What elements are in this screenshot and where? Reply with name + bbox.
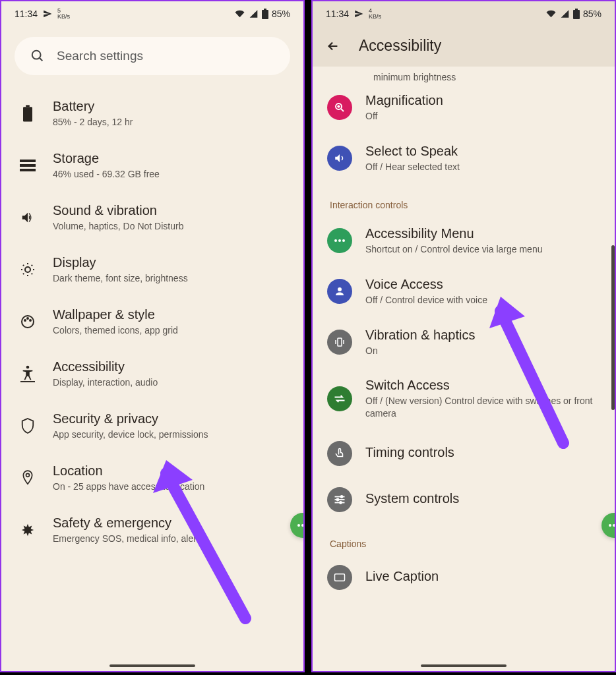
- svg-point-16: [26, 473, 30, 477]
- svg-rect-7: [20, 164, 36, 167]
- svg-point-17: [297, 524, 300, 527]
- svg-rect-4: [23, 107, 32, 121]
- access-item-switch-access[interactable]: Switch AccessOff / (New version) Control…: [313, 367, 615, 430]
- svg-rect-0: [262, 10, 268, 19]
- svg-point-2: [32, 51, 41, 59]
- access-item-live-caption[interactable]: Live Caption: [313, 554, 615, 601]
- svg-point-27: [338, 239, 341, 242]
- magnify-icon: [327, 95, 352, 120]
- back-icon[interactable]: [326, 39, 340, 53]
- svg-rect-30: [338, 338, 342, 346]
- search-placeholder: Search settings: [57, 49, 143, 63]
- network-speed: 5KB/s: [57, 8, 70, 20]
- svg-point-26: [334, 239, 337, 242]
- signal-icon: [249, 9, 259, 18]
- menu-dots-icon: [327, 228, 352, 253]
- vibration-icon: [327, 330, 352, 355]
- settings-item-wallpaper[interactable]: Wallpaper & styleColors, themed icons, a…: [4, 295, 301, 347]
- nav-handle[interactable]: [109, 664, 195, 667]
- access-item-magnification[interactable]: MagnificationOff: [313, 82, 615, 133]
- svg-point-40: [609, 524, 611, 527]
- svg-rect-20: [573, 10, 580, 19]
- switch-icon: [327, 386, 352, 411]
- battery-pct: 85%: [272, 9, 290, 19]
- svg-rect-6: [20, 160, 36, 162]
- tune-icon: [327, 487, 352, 512]
- access-item-vibration[interactable]: Vibration & hapticsOn: [313, 317, 615, 368]
- brightness-icon: [20, 262, 36, 278]
- search-icon: [30, 49, 45, 63]
- signal-icon: [560, 9, 570, 18]
- partial-item-sub: minimum brightness: [313, 67, 615, 82]
- svg-point-12: [27, 318, 28, 319]
- svg-rect-39: [335, 574, 345, 581]
- svg-point-13: [30, 320, 31, 321]
- access-item-select-to-speak[interactable]: Select to SpeakOff / Hear selected text: [313, 133, 615, 184]
- svg-rect-15: [20, 381, 35, 382]
- svg-point-36: [337, 499, 339, 501]
- svg-rect-8: [20, 169, 36, 171]
- voice-icon: [327, 279, 352, 304]
- settings-item-accessibility[interactable]: AccessibilityDisplay, interaction, audio: [4, 347, 301, 399]
- svg-point-41: [613, 524, 615, 527]
- location-icon: [21, 469, 34, 486]
- svg-point-28: [342, 239, 345, 242]
- speak-icon: [327, 146, 352, 171]
- wifi-icon: [545, 9, 557, 18]
- settings-item-display[interactable]: DisplayDark theme, font size, brightness: [4, 243, 301, 295]
- battery-icon: [262, 9, 268, 19]
- svg-line-25: [341, 109, 344, 112]
- palette-icon: [20, 314, 36, 330]
- nav-handle[interactable]: [421, 664, 507, 667]
- svg-rect-5: [26, 105, 30, 107]
- status-time: 11:34: [326, 9, 349, 19]
- svg-line-3: [40, 58, 43, 61]
- battery-icon: [573, 9, 580, 19]
- touch-icon: [327, 441, 352, 466]
- access-item-voice-access[interactable]: Voice AccessOff / Control device with vo…: [313, 266, 615, 317]
- page-title: Accessibility: [359, 37, 441, 55]
- accessibility-screen: 11:34 4KB/s 85% Accessibility minimum br…: [311, 0, 616, 672]
- volume-icon: [20, 210, 36, 225]
- access-item-timing[interactable]: Timing controls: [313, 430, 615, 477]
- svg-rect-21: [575, 9, 578, 10]
- settings-screen: 11:34 5KB/s 85% Search settings Battery8…: [0, 0, 305, 672]
- app-bar: Accessibility: [313, 25, 615, 67]
- settings-item-safety[interactable]: Safety & emergencyEmergency SOS, medical…: [4, 504, 301, 556]
- svg-point-9: [25, 267, 30, 272]
- send-icon: [354, 9, 363, 18]
- svg-point-14: [26, 365, 30, 368]
- access-item-accessibility-menu[interactable]: Accessibility MenuShortcut on / Control …: [313, 216, 615, 266]
- settings-item-battery[interactable]: Battery85% - 2 days, 12 hr: [4, 87, 301, 139]
- svg-rect-1: [264, 9, 266, 10]
- accessibility-icon: [20, 365, 35, 382]
- status-bar: 11:34 4KB/s 85%: [313, 1, 615, 25]
- storage-icon: [20, 160, 36, 171]
- settings-item-storage[interactable]: Storage46% used - 69.32 GB free: [4, 139, 301, 191]
- battery-pct: 85%: [583, 9, 601, 19]
- shield-icon: [20, 417, 35, 434]
- svg-point-34: [341, 496, 343, 498]
- section-captions: Captions: [313, 523, 615, 554]
- svg-point-18: [301, 524, 304, 527]
- settings-item-sound[interactable]: Sound & vibrationVolume, haptics, Do Not…: [4, 191, 301, 243]
- settings-item-security[interactable]: Security & privacyApp security, device l…: [4, 399, 301, 452]
- section-interaction: Interaction controls: [313, 184, 615, 216]
- settings-item-location[interactable]: LocationOn - 25 apps have access to loca…: [4, 452, 301, 504]
- emergency-icon: [20, 523, 35, 537]
- access-item-system-controls[interactable]: System controls: [313, 477, 615, 523]
- caption-icon: [327, 565, 352, 590]
- network-speed: 4KB/s: [369, 8, 381, 20]
- wifi-icon: [234, 9, 245, 18]
- status-time: 11:34: [15, 9, 38, 19]
- search-settings[interactable]: Search settings: [15, 37, 290, 75]
- scroll-indicator[interactable]: [611, 245, 615, 410]
- svg-point-11: [24, 320, 26, 321]
- status-bar: 11:34 5KB/s 85%: [1, 1, 303, 25]
- battery-icon: [23, 105, 32, 122]
- svg-point-29: [338, 287, 342, 291]
- svg-point-38: [340, 502, 342, 504]
- send-icon: [43, 9, 52, 18]
